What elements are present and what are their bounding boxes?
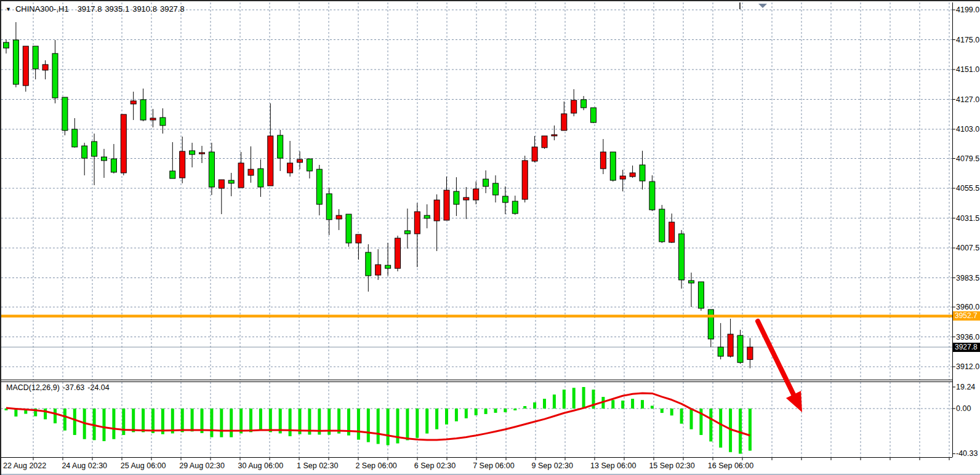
candle-up: [444, 190, 449, 220]
macd-bar: [289, 409, 292, 436]
candle-down: [385, 265, 391, 268]
candle-up: [199, 153, 205, 154]
time-axis-label: 15 Sep 02:30: [649, 461, 694, 470]
macd-bar: [445, 409, 448, 425]
candle-up: [336, 215, 342, 219]
macd-bar: [631, 399, 634, 409]
macd-signal-value: -24.04: [87, 383, 109, 392]
candle-down: [689, 281, 694, 283]
candle-down: [591, 108, 596, 122]
candle-down: [366, 252, 371, 276]
candle-up: [728, 334, 733, 356]
candle-down: [307, 159, 312, 171]
candle-up: [600, 152, 606, 169]
macd-bar: [132, 409, 135, 432]
candle-up: [669, 222, 675, 242]
candle-down: [483, 179, 489, 186]
chart-canvas[interactable]: 4199.04175.04151.04127.04103.04079.54055…: [1, 1, 980, 475]
time-axis-label: 24 Aug 02:30: [62, 461, 107, 470]
macd-bar: [112, 409, 115, 439]
macd-bar: [122, 409, 125, 435]
macd-axis[interactable]: 19.240.00-40.33: [952, 383, 978, 458]
candle-down: [708, 309, 713, 339]
candle-down: [679, 234, 685, 280]
price-axis-label: 3936.0: [956, 333, 979, 341]
macd-bar: [435, 409, 438, 429]
arrow-shaft[interactable]: [758, 321, 795, 398]
symbol-dropdown-icon[interactable]: ▼: [6, 6, 11, 12]
current-price-tag: 3927.8: [953, 343, 980, 352]
macd-bar: [661, 409, 664, 413]
macd-bar: [572, 388, 576, 409]
macd-bar: [377, 409, 380, 444]
candle-down: [718, 347, 723, 356]
macd-bar: [387, 409, 390, 445]
candle-down: [346, 214, 351, 243]
time-axis-label: 1 Sep 02:30: [297, 461, 338, 470]
candle-up: [23, 46, 28, 86]
candle-up: [630, 173, 635, 177]
candle-up: [571, 100, 577, 113]
chart-window: 4199.04175.04151.04127.04103.04079.54055…: [0, 0, 980, 475]
macd-bar: [749, 409, 752, 450]
macd-main-value: -37.63: [63, 383, 84, 392]
candle-down: [493, 183, 499, 195]
time-axis-label: 30 Aug 06:00: [238, 461, 284, 470]
macd-bar: [210, 409, 213, 437]
macd-bar: [357, 409, 360, 440]
macd-bar: [709, 409, 712, 442]
price-axis-label: 4151.0: [956, 65, 979, 74]
time-axis-label: 6 Sep 02:30: [414, 461, 456, 470]
candle-down: [4, 42, 9, 48]
candle-up: [248, 169, 254, 175]
candle-down: [209, 152, 214, 187]
macd-bar: [484, 409, 488, 414]
candle-up: [747, 347, 753, 359]
candle-up: [150, 118, 156, 120]
candle-down: [278, 135, 283, 158]
price-axis-label: 4055.5: [956, 184, 979, 193]
candle-up: [414, 212, 420, 234]
macd-bar: [504, 409, 507, 412]
macd-bar: [230, 409, 233, 437]
candle-up: [131, 101, 136, 104]
macd-bar: [142, 409, 145, 432]
price-axis-label: 4103.0: [956, 125, 979, 134]
candle-up: [238, 163, 244, 188]
macd-bar: [269, 409, 272, 432]
candle-down: [72, 129, 78, 147]
macd-bar: [651, 405, 654, 409]
symbol-info-line: ▼CHINA300-,H13917.83935.13910.83927.8: [6, 4, 185, 14]
panel-separator[interactable]: [1, 380, 952, 382]
price-axis-label: 3912.0: [956, 362, 979, 371]
macd-bar: [670, 409, 673, 415]
price-axis-label: 4175.0: [956, 36, 979, 44]
hline-price-tag[interactable]: 3952.7: [953, 311, 980, 321]
macd-bar: [582, 387, 585, 409]
candle-down: [737, 335, 743, 362]
candle-down: [190, 151, 195, 154]
candle-up: [434, 200, 440, 221]
macd-bar: [553, 394, 556, 409]
info-close: 3927.8: [160, 4, 185, 14]
candle-down: [228, 180, 234, 183]
macd-bar: [543, 399, 546, 409]
macd-bar: [406, 409, 409, 441]
candle-down: [102, 157, 107, 161]
grid-lines: [1, 2, 952, 457]
candle-down: [92, 142, 97, 156]
macd-bar: [641, 400, 644, 409]
macd-bar: [690, 409, 693, 429]
price-axis-label: 4127.0: [956, 95, 979, 104]
time-axis-label: 9 Sep 02:30: [532, 461, 573, 470]
macd-bar: [54, 409, 57, 423]
macd-bar: [367, 409, 370, 442]
candle-down: [640, 165, 645, 181]
candle-down: [13, 40, 18, 84]
time-axis[interactable]: 22 Aug 202224 Aug 02:3025 Aug 06:0029 Au…: [1, 457, 952, 470]
candle-down: [160, 118, 166, 126]
candle-up: [356, 234, 361, 243]
price-axis-label: 4199.0: [956, 6, 979, 14]
chart-shift-marker[interactable]: [758, 4, 767, 8]
candle-down: [62, 97, 68, 130]
